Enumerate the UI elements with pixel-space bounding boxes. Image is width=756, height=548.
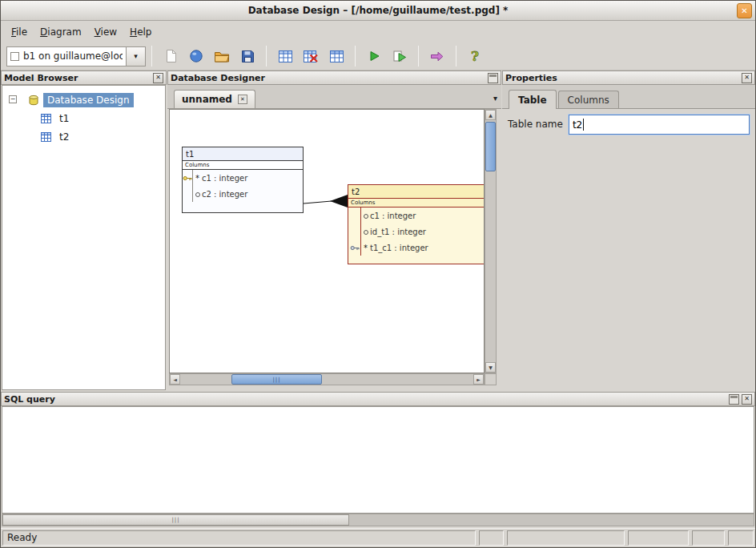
connection-combo[interactable]: b1 on guillaume@localh ▾ — [6, 46, 146, 66]
toolbar-separator — [456, 46, 456, 66]
entity-rows: c1 : integer id_t1 : integer * t1_c1 : i… — [348, 208, 485, 264]
empty-gutter — [183, 186, 193, 202]
diagram-canvas[interactable]: t1 Columns * c1 : integer c2 : integer — [169, 109, 485, 373]
toolbar-separator — [355, 46, 356, 66]
tree-item-label: t2 — [55, 130, 73, 144]
column-label: c1 : integer — [202, 174, 247, 183]
designer-vertical-scrollbar[interactable]: ▲ ▼ — [485, 109, 497, 373]
column-label: c2 : integer — [202, 190, 247, 199]
sql-query-editor[interactable] — [2, 406, 754, 514]
chevron-down-icon: ▾ — [134, 52, 138, 60]
status-cell — [507, 530, 625, 546]
status-message: Ready — [2, 530, 476, 546]
tree-collapse-icon[interactable]: − — [9, 95, 17, 103]
tab-label: Table — [518, 95, 547, 106]
column-label: t1_c1 : integer — [370, 244, 428, 252]
table-icon — [41, 132, 51, 142]
nullable-icon — [361, 228, 370, 236]
convert-button[interactable] — [424, 44, 450, 68]
run-script-button[interactable] — [387, 44, 412, 68]
run-button[interactable] — [361, 44, 387, 68]
designer-horizontal-scrollbar[interactable]: ◄ ||| ► — [169, 373, 485, 385]
menu-view[interactable]: View — [89, 23, 123, 41]
tab-label: Columns — [568, 95, 609, 106]
delete-table-button[interactable] — [298, 44, 324, 68]
tab-unnamed[interactable]: unnamed ✕ — [174, 90, 255, 108]
column-row-c1[interactable]: c1 : integer — [348, 208, 485, 224]
sql-query-panel: SQL query ✕ — [1, 392, 755, 514]
sql-horizontal-scrollbar[interactable]: ||| — [2, 514, 754, 526]
new-document-button[interactable] — [158, 44, 183, 68]
close-icon: ✕ — [741, 6, 747, 15]
scroll-up-button[interactable]: ▲ — [485, 110, 496, 120]
scroll-down-button[interactable]: ▼ — [485, 362, 496, 373]
tree-item-t1[interactable]: t1 — [2, 109, 165, 127]
menu-help[interactable]: Help — [124, 23, 157, 41]
status-cell — [479, 530, 504, 546]
add-table-icon — [279, 50, 292, 62]
tab-close-button[interactable]: ✕ — [238, 95, 247, 104]
arrow-down-icon: ▼ — [489, 365, 493, 370]
tab-columns[interactable]: Columns — [558, 91, 619, 108]
sql-close-button[interactable]: ✕ — [742, 394, 752, 405]
tree-item-label: t1 — [55, 111, 73, 126]
tab-list-dropdown[interactable]: ▾ — [493, 94, 497, 103]
table-name-input[interactable] — [569, 115, 750, 135]
column-row-t1-c1[interactable]: * t1_c1 : integer — [348, 240, 485, 256]
entity-rows: * c1 : integer c2 : integer — [183, 170, 303, 212]
run-icon — [368, 50, 380, 62]
database-button[interactable] — [183, 44, 209, 68]
sql-scroll-thumb[interactable]: ||| — [2, 514, 349, 526]
connection-dropdown-button[interactable]: ▾ — [126, 46, 146, 66]
save-button[interactable] — [235, 44, 260, 68]
model-browser-header: Model Browser ✕ — [1, 71, 167, 85]
arrow-up-icon: ▲ — [489, 112, 493, 118]
status-cell — [728, 530, 754, 546]
window-title: Database Design – [/home/guillaume/test.… — [1, 5, 755, 16]
table-properties-icon — [330, 50, 344, 62]
menu-file[interactable]: File — [6, 23, 33, 41]
open-button[interactable] — [209, 44, 235, 68]
properties-content: Table name — [503, 109, 754, 390]
properties-close-button[interactable]: ✕ — [742, 73, 752, 83]
scroll-right-button[interactable]: ► — [473, 374, 484, 385]
column-row-id-t1[interactable]: id_t1 : integer — [348, 224, 485, 240]
status-cell — [628, 530, 689, 546]
sql-header: SQL query ✕ — [1, 392, 755, 406]
window-close-button[interactable]: ✕ — [737, 3, 752, 18]
tree-item-database-design[interactable]: − Database Design — [2, 91, 165, 109]
entity-table-t2[interactable]: t2 Columns c1 : integer id_t1 : integer — [348, 184, 485, 264]
scroll-left-button[interactable]: ◄ — [170, 374, 180, 385]
titlebar[interactable]: Database Design – [/home/guillaume/test.… — [1, 1, 755, 21]
table-name-input-wrap — [569, 115, 750, 135]
entity-table-t1[interactable]: t1 Columns * c1 : integer c2 : integer — [182, 147, 304, 213]
column-row-c2[interactable]: c2 : integer — [183, 186, 303, 202]
arrow-left-icon: ◄ — [173, 377, 177, 382]
table-properties-button[interactable] — [324, 44, 349, 68]
text-caret — [583, 119, 584, 131]
model-browser-panel: Model Browser ✕ − Database Design t1 — [1, 71, 167, 391]
help-button[interactable]: ? — [462, 44, 488, 68]
add-table-button[interactable] — [272, 44, 298, 68]
toolbar-separator — [266, 46, 267, 66]
connection-icon — [10, 52, 19, 61]
entity-title[interactable]: t2 — [348, 185, 485, 199]
tree-item-t2[interactable]: t2 — [2, 127, 165, 146]
column-row-c1[interactable]: * c1 : integer — [183, 170, 303, 186]
float-panel-icon[interactable] — [729, 394, 739, 405]
tab-label: unnamed — [182, 94, 232, 105]
float-panel-icon[interactable] — [488, 73, 498, 83]
database-icon — [28, 95, 39, 106]
model-browser-close-button[interactable]: ✕ — [153, 73, 163, 83]
menu-diagram[interactable]: Diagram — [34, 23, 87, 41]
connection-combo-entry[interactable]: b1 on guillaume@localh — [6, 46, 127, 66]
save-icon — [241, 50, 255, 63]
run-script-icon — [393, 50, 407, 62]
entity-title[interactable]: t1 — [183, 147, 303, 161]
tab-table[interactable]: Table — [509, 90, 557, 109]
vertical-scroll-thumb[interactable] — [485, 122, 496, 171]
horizontal-scroll-thumb[interactable]: ||| — [231, 374, 322, 385]
toolbar-separator — [418, 46, 419, 66]
open-folder-icon — [214, 50, 230, 63]
designer-header: Database Designer — [167, 71, 501, 85]
